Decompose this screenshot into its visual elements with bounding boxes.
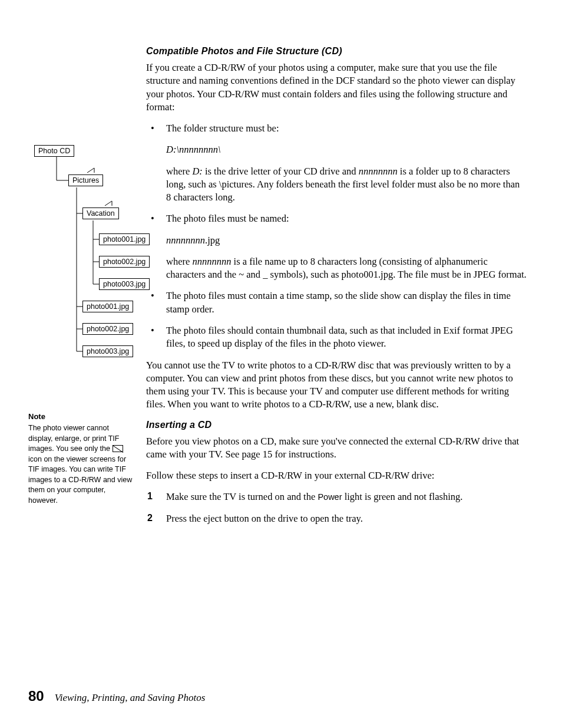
tree-node-file: photo002.jpg: [82, 323, 133, 335]
bullet-file-naming: The photo files must be named: nnnnnnnn.…: [151, 212, 527, 281]
para-connect-drive: Before you view photos on a CD, make sur…: [146, 435, 527, 462]
broken-image-icon: [113, 445, 123, 452]
note-heading: Note: [28, 411, 134, 422]
tree-node-file: photo001.jpg: [82, 301, 133, 312]
step-2: Press the eject button on the drive to o…: [146, 512, 527, 525]
tree-node-file: photo001.jpg: [99, 233, 150, 245]
page-number: 80: [28, 688, 44, 704]
tree-node-file: photo002.jpg: [99, 256, 150, 268]
step-1: Make sure the TV is turned on and the Po…: [146, 490, 527, 503]
para-write-warning: You cannot use the TV to write photos to…: [146, 359, 527, 411]
tree-node-file: photo003.jpg: [99, 278, 150, 290]
bullet-timestamp: The photo files must contain a time stam…: [151, 289, 527, 316]
note-box: Note The photo viewer cannot display, en…: [28, 411, 134, 506]
tree-node-root: Photo CD: [34, 145, 74, 157]
chapter-title: Viewing, Printing, and Saving Photos: [55, 692, 206, 704]
section-heading-inserting: Inserting a CD: [146, 420, 527, 430]
tree-node-vacation: Vacation: [82, 207, 119, 219]
main-content: Compatible Photos and File Structure (CD…: [146, 46, 527, 525]
tree-node-file: photo003.jpg: [82, 345, 133, 357]
page-footer: 80 Viewing, Printing, and Saving Photos: [28, 688, 205, 704]
bullet-thumbnail: The photo files should contain thumbnail…: [151, 324, 527, 351]
note-body: The photo viewer cannot display, enlarge…: [28, 424, 132, 505]
para-intro: If you create a CD-R/RW of your photos u…: [146, 61, 527, 114]
tree-node-pictures: Pictures: [68, 174, 103, 186]
para-follow-steps: Follow these steps to insert a CD-R/RW i…: [146, 469, 527, 482]
bullet-folder-structure: The folder structure must be: D:\nnnnnnn…: [151, 122, 527, 204]
section-heading-compatible: Compatible Photos and File Structure (CD…: [146, 46, 527, 57]
